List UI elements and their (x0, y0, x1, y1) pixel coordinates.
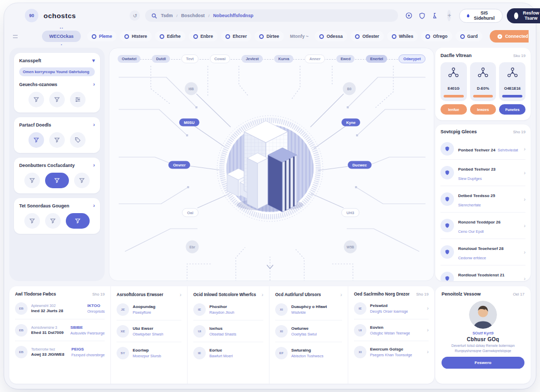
table-row[interactable]: UI Eovlen Odsgbc Wstan Teerwge › (354, 319, 429, 341)
primary-action-button[interactable]: Resfow Tsarw (507, 8, 540, 23)
service-list-item[interactable]: Ronzend Teeddpor 26 Ceno Our Epdt › (440, 212, 525, 239)
stat-tile-box[interactable]: O4E1E16 (499, 62, 525, 101)
profile-handle[interactable]: SOstf Kyrt9 (442, 331, 524, 335)
row-link-block[interactable]: PEIGS Fszxpzd chosrsbrge (72, 347, 105, 357)
profile-action-button[interactable]: Feswero (442, 357, 524, 369)
stat-action-button[interactable]: Iewzes (470, 104, 496, 115)
nav-item[interactable]: Whiles (387, 31, 418, 41)
chevron-down-icon[interactable]: ▾ (92, 58, 95, 63)
nav-item[interactable]: Pleme (87, 31, 117, 41)
diagram-node[interactable]: Ebr (186, 241, 199, 254)
diagram-node[interactable]: Ducwec (348, 161, 372, 169)
diagram-node[interactable]: Kyne (342, 119, 360, 127)
drag-handle-icon[interactable] (12, 34, 18, 39)
diagram-node[interactable]: Enertel (366, 55, 387, 63)
nav-mode-label[interactable]: Mtonfy ~ (290, 34, 309, 39)
funnel-icon[interactable] (24, 173, 40, 188)
diagram-node[interactable]: B0 (343, 82, 356, 95)
table-row[interactable]: EB Aonsdvwnsrw 3 Ehed 31 Dst7009 SBIBE A… (15, 319, 105, 341)
funnel-icon[interactable] (29, 92, 44, 107)
services-see-all-link[interactable]: Sho 19 (513, 130, 525, 134)
table-row[interactable]: SY Eoorlwp Moexzpur Slursb (117, 342, 181, 363)
diagram-node[interactable]: Kurva (274, 55, 293, 63)
service-list-item[interactable]: Ponbed Teehver 24 Sehrbvledat › (440, 138, 525, 159)
chevron-right-icon[interactable]: › (180, 292, 181, 298)
chevron-right-icon[interactable]: › (340, 292, 342, 298)
diagram-node[interactable]: Odaeypet (399, 54, 425, 63)
target-icon[interactable] (405, 12, 413, 19)
diagram-node[interactable]: Onvrer (168, 161, 190, 169)
funnel-icon[interactable] (49, 92, 65, 107)
nav-item[interactable]: Enbre (189, 31, 218, 41)
tag-icon[interactable] (70, 132, 86, 148)
nav-item[interactable]: Htstere (120, 31, 152, 41)
diagram-node[interactable]: Jevlest (241, 55, 263, 63)
service-list-item[interactable]: Ronzloud Teoehesef 28 Cedonw erfdece › (440, 239, 525, 265)
diagram-node[interactable]: Owtwtel (118, 55, 140, 63)
nav-item[interactable]: Gard (456, 31, 482, 41)
table-row[interactable]: XI Owturwe Ooetyfas Swtul (275, 320, 342, 342)
connect-button[interactable]: Connected (490, 30, 529, 43)
diagram-node[interactable]: Anner (305, 54, 325, 63)
table-row[interactable]: EF Swturalng Abiscton Tushwscs (275, 342, 342, 363)
diagram-node[interactable]: W5B (344, 241, 357, 254)
nav-item[interactable]: Edirhe (155, 31, 186, 41)
chevron-right-icon[interactable]: › (93, 122, 95, 128)
funnel-icon[interactable] (74, 173, 90, 188)
stats-see-all-link[interactable]: Sku 19 (513, 53, 525, 58)
service-list-item[interactable]: Detbed Teedsso 25 Slenrcherfate › (440, 186, 525, 212)
chevron-right-icon[interactable]: › (93, 163, 95, 168)
nav-item[interactable]: Dirtee (254, 31, 283, 41)
table-row[interactable]: IE Eorlue Bawfurt Moerl (193, 342, 263, 363)
shield-icon[interactable] (419, 12, 425, 19)
stat-action-button[interactable]: Ienfue (440, 104, 467, 115)
see-all-link[interactable]: Sho 19 (416, 292, 429, 297)
table-row[interactable]: XE Ubz Ewser Obwtqvber Shwsh (117, 320, 181, 342)
diagram-node[interactable]: UH3 (342, 208, 360, 217)
chevron-right-icon[interactable]: › (262, 292, 263, 298)
nav-item[interactable]: Odessa (315, 31, 347, 41)
see-all-link[interactable]: Sho 19 (92, 292, 105, 297)
service-list-item[interactable]: Ponbed Teehvor 23 Slew Dupfges › (440, 159, 525, 186)
table-row[interactable]: JE Aoopundag Pswsyftore (117, 299, 181, 320)
table-row[interactable]: IE Pelswtzd Deogfs Orser loarnsge › (354, 298, 429, 319)
service-list-item[interactable]: Rordloud Teodslenst 21 Cedw beyEgsot › (440, 265, 525, 281)
diagram-node[interactable]: Oal (182, 208, 198, 217)
nav-item[interactable]: Ehcrer (221, 31, 251, 41)
stat-tile-box[interactable]: D-E0% (470, 62, 496, 101)
table-row[interactable]: EB Tsrberrotw twz Aowj 33 JIGIWE8 PEIGS … (15, 341, 105, 362)
row-link-block[interactable]: IKTOO Onroprsds (87, 303, 105, 314)
filter-tag[interactable]: Omen korryrcopu Yound Gahrtulong (19, 67, 95, 76)
diagram-node[interactable]: Dutdl (152, 55, 170, 63)
funnel-icon[interactable] (45, 213, 61, 229)
nav-item[interactable]: Ofrego (421, 31, 452, 41)
chevron-right-icon[interactable]: › (93, 203, 95, 208)
funnel-icon[interactable] (24, 213, 40, 229)
funnel-icon[interactable] (29, 132, 44, 148)
row-link-block[interactable]: SBIBE Aulsuvldv Fwsrsurge (70, 325, 105, 335)
stat-tile-box[interactable]: E401G (440, 62, 467, 101)
diagram-node[interactable]: Cowal (210, 54, 231, 63)
table-row[interactable]: UI Ioehus Obsetad Shasts (193, 320, 263, 342)
nav-item-active[interactable]: WECOckas (42, 31, 81, 42)
table-row[interactable]: EB Aptewnsht 302 Ined 32 Jlurts 28 IKTOO… (15, 298, 105, 319)
search-input[interactable]: Tsdm / Boschdost / Nobeuchffsfodnsp (145, 9, 398, 22)
funnel-icon[interactable] (49, 132, 65, 148)
stat-action-button[interactable]: Funetes (499, 104, 525, 115)
sliders-icon[interactable] (70, 92, 86, 107)
undo-icon[interactable]: ↺ (130, 10, 140, 21)
app-logo[interactable]: 90 ochostcs (25, 9, 76, 22)
profile-see-all-link[interactable]: Oel 17 (513, 292, 524, 297)
chevron-right-icon[interactable]: › (93, 82, 95, 87)
diagram-node[interactable]: M0SU (179, 119, 200, 127)
table-row[interactable]: IE Phosihor Ravydon Jlouh (193, 299, 263, 320)
diagram-node[interactable]: I6B (185, 82, 198, 95)
active-filter-toggle[interactable] (45, 173, 69, 188)
table-row[interactable]: XI Ewercum Golsge Psegers Khan Toonsotge… (354, 341, 429, 362)
diagram-node[interactable]: Tevt (181, 54, 198, 63)
active-filter-toggle[interactable] (66, 213, 90, 229)
nav-item[interactable]: Otlester (350, 31, 383, 41)
beaker-icon[interactable] (432, 12, 438, 19)
diagram-node[interactable]: Ewed (336, 55, 354, 63)
account-button[interactable]: SIS Sidehursl (459, 9, 502, 23)
